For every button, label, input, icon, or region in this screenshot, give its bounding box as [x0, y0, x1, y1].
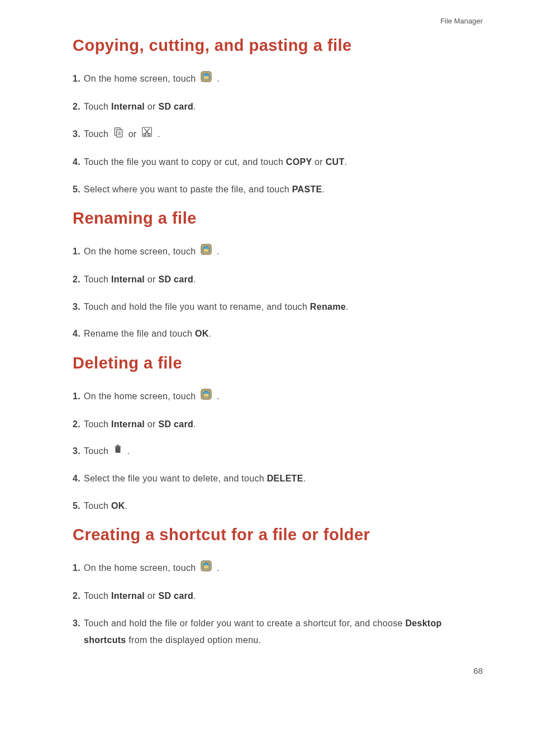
step-number: 2. — [73, 416, 80, 433]
step-number: 1. — [73, 243, 80, 260]
step-body: Touch or . — [84, 126, 483, 144]
step-text: . — [193, 591, 196, 601]
step-body: Select the file you want to delete, and … — [84, 470, 483, 487]
step-body: Touch Internal or SD card. — [84, 416, 483, 433]
step-body: On the home screen, touch . — [84, 560, 483, 578]
step-number: 3. — [73, 126, 80, 143]
filemanager-icon — [200, 70, 212, 88]
bold-text: CUT — [326, 157, 345, 167]
step-text: Select the file you want to delete, and … — [84, 474, 267, 483]
bold-text: OK — [111, 501, 125, 511]
filemanager-icon — [200, 560, 212, 578]
step-body: Touch Internal or SD card. — [84, 98, 483, 115]
step-number: 1. — [73, 388, 80, 405]
step-text: . — [158, 129, 160, 139]
step-text: . — [193, 102, 196, 111]
step-text: . — [217, 563, 220, 573]
step-text: On the home screen, touch — [84, 563, 198, 573]
bold-text: Internal — [111, 275, 145, 284]
step-text: Rename the file and touch — [84, 329, 195, 338]
step: 2. Touch Internal or SD card. — [73, 271, 483, 288]
step-body: On the home screen, touch . — [84, 388, 483, 406]
step-number: 5. — [73, 498, 80, 514]
step-text: Touch — [84, 591, 111, 601]
step-text: Touch — [84, 446, 111, 456]
step-text: or — [145, 275, 158, 284]
step-text: or — [145, 419, 158, 429]
step: 5. Select where you want to paste the fi… — [73, 181, 483, 198]
bold-text: COPY — [286, 157, 312, 167]
step-body: Touch OK. — [84, 498, 483, 514]
bold-text: SD card — [158, 591, 193, 601]
step-text: . — [217, 391, 220, 401]
step-body: Rename the file and touch OK. — [84, 325, 483, 342]
step-text: . — [217, 74, 220, 83]
step: 3. Touch . — [73, 443, 483, 460]
step-text: . — [193, 275, 196, 284]
step: 3. Touch and hold the file or folder you… — [73, 615, 483, 649]
step-text: On the home screen, touch — [84, 247, 198, 256]
bold-text: PASTE — [292, 185, 322, 194]
step-text: . — [303, 474, 306, 483]
document-page: File Manager Copying, cutting, and pasti… — [0, 0, 533, 698]
step-body: On the home screen, touch . — [84, 243, 483, 261]
bold-text: Rename — [310, 302, 346, 311]
step: 4. Touch the file you want to copy or cu… — [73, 154, 483, 171]
bold-text: Internal — [111, 102, 145, 111]
bold-text: SD card — [158, 275, 193, 284]
step-number: 3. — [73, 615, 80, 632]
cut-icon — [141, 126, 153, 144]
step-text: or — [145, 591, 158, 601]
step-text: Touch — [84, 129, 111, 139]
bold-text: SD card — [158, 102, 193, 111]
step-body: Touch and hold the file you want to rena… — [84, 299, 483, 315]
page-header: File Manager — [73, 17, 483, 25]
step-text: Touch and hold the file you want to rena… — [84, 302, 310, 311]
step-number: 1. — [73, 70, 80, 87]
step: 4. Select the file you want to delete, a… — [73, 470, 483, 487]
step-text: . — [193, 419, 196, 429]
step-text: Touch — [84, 501, 111, 511]
filemanager-icon — [200, 243, 212, 261]
trash-icon — [113, 443, 123, 460]
step-number: 2. — [73, 271, 80, 288]
step-number: 4. — [73, 154, 80, 171]
step-text: . — [345, 157, 348, 167]
step-text: or — [312, 157, 325, 167]
bold-text: SD card — [158, 419, 193, 429]
step: 1. On the home screen, touch . — [73, 70, 483, 88]
step-text: . — [322, 185, 325, 194]
step-body: Touch Internal or SD card. — [84, 588, 483, 604]
step-number: 2. — [73, 588, 80, 604]
step-number: 3. — [73, 299, 80, 315]
step-text: Touch — [84, 102, 111, 111]
bold-text: Internal — [111, 591, 145, 601]
section-heading-copy: Copying, cutting, and pasting a file — [73, 36, 483, 55]
step-text: Touch — [84, 275, 111, 284]
step-body: Touch and hold the file or folder you wa… — [84, 615, 483, 649]
step-text: or — [129, 129, 140, 139]
step: 3. Touch and hold the file you want to r… — [73, 299, 483, 315]
step-text: Touch the file you want to copy or cut, … — [84, 157, 286, 167]
step-text: . — [209, 329, 212, 338]
step-text: . — [346, 302, 349, 311]
step-text: Select where you want to paste the file,… — [84, 185, 292, 194]
step-number: 2. — [73, 98, 80, 115]
step-text: On the home screen, touch — [84, 74, 198, 83]
step-text: . — [127, 446, 130, 456]
step-text: or — [145, 102, 158, 111]
step-text: Touch — [84, 419, 111, 429]
step-text: . — [125, 501, 128, 511]
step: 1. On the home screen, touch . — [73, 388, 483, 406]
step-text: . — [217, 247, 220, 256]
step-body: Touch Internal or SD card. — [84, 271, 483, 288]
filemanager-icon — [200, 388, 212, 406]
step-text: from the displayed option menu. — [126, 635, 261, 645]
step: 1. On the home screen, touch . — [73, 560, 483, 578]
bold-text: Internal — [111, 419, 145, 429]
step: 3. Touch or . — [73, 126, 483, 144]
copy-icon — [113, 126, 124, 144]
step: 5. Touch OK. — [73, 498, 483, 514]
step-body: On the home screen, touch . — [84, 70, 483, 88]
step-text: Touch and hold the file or folder you wa… — [84, 618, 405, 628]
